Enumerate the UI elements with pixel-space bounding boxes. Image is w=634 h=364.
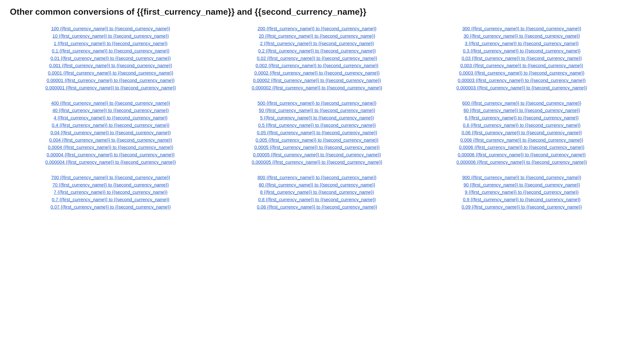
conv-link-2-2-4[interactable]: 0.5 {{first_currency_name}} to {{second_… <box>218 122 416 129</box>
conv-link-3-1-7[interactable]: 0.0003 {{first_currency_name}} to {{seco… <box>423 70 621 77</box>
conv-link-1-1-6[interactable]: 0.001 {{first_currency_name}} to {{secon… <box>10 62 211 70</box>
link-group-1-1: 100 {{first_currency_name}} to {{second_… <box>10 25 211 92</box>
link-group-2-2: 500 {{first_currency_name}} to {{second_… <box>218 100 416 166</box>
conv-link-1-1-7[interactable]: 0.0001 {{first_currency_name}} to {{seco… <box>10 70 211 77</box>
conv-link-1-3-5[interactable]: 0.07 {{first_currency_name}} to {{second… <box>10 204 211 211</box>
conv-link-2-1-7[interactable]: 0.0002 {{first_currency_name}} to {{seco… <box>218 70 416 77</box>
conv-link-2-3-4[interactable]: 0.8 {{first_currency_name}} to {{second_… <box>218 196 416 204</box>
column-3: 300 {{first_currency_name}} to {{second_… <box>419 25 624 218</box>
conv-link-3-1-4[interactable]: 0.3 {{first_currency_name}} to {{second_… <box>423 47 621 55</box>
link-group-3-2: 600 {{first_currency_name}} to {{second_… <box>423 100 621 166</box>
page-title: Other common conversions of {{first_curr… <box>10 6 624 17</box>
conv-link-2-1-9[interactable]: 0.000002 {{first_currency_name}} to {{se… <box>218 84 416 92</box>
conv-link-1-3-2[interactable]: 70 {{first_currency_name}} to {{second_c… <box>10 181 211 189</box>
conv-link-3-1-2[interactable]: 30 {{first_currency_name}} to {{second_c… <box>423 32 621 40</box>
conv-link-3-2-7[interactable]: 0.0006 {{first_currency_name}} to {{seco… <box>423 144 621 151</box>
conv-link-1-2-1[interactable]: 400 {{first_currency_name}} to {{second_… <box>10 100 211 107</box>
conv-link-2-1-4[interactable]: 0.2 {{first_currency_name}} to {{second_… <box>218 47 416 55</box>
conv-link-3-1-6[interactable]: 0.003 {{first_currency_name}} to {{secon… <box>423 62 621 70</box>
link-group-1-3: 700 {{first_currency_name}} to {{second_… <box>10 174 211 211</box>
conv-link-3-3-5[interactable]: 0.09 {{first_currency_name}} to {{second… <box>423 204 621 211</box>
conv-link-3-3-4[interactable]: 0.9 {{first_currency_name}} to {{second_… <box>423 196 621 204</box>
conv-link-1-2-6[interactable]: 0.004 {{first_currency_name}} to {{secon… <box>10 136 211 144</box>
conv-link-3-1-8[interactable]: 0.00003 {{first_currency_name}} to {{sec… <box>423 77 621 84</box>
conv-link-1-2-8[interactable]: 0.00004 {{first_currency_name}} to {{sec… <box>10 151 211 158</box>
conv-link-1-1-2[interactable]: 10 {{first_currency_name}} to {{second_c… <box>10 32 211 40</box>
conv-link-2-1-8[interactable]: 0.00002 {{first_currency_name}} to {{sec… <box>218 77 416 84</box>
conv-link-2-1-5[interactable]: 0.02 {{first_currency_name}} to {{second… <box>218 55 416 62</box>
conv-link-2-2-5[interactable]: 0.05 {{first_currency_name}} to {{second… <box>218 129 416 136</box>
conv-link-3-1-5[interactable]: 0.03 {{first_currency_name}} to {{second… <box>423 55 621 62</box>
conv-link-1-2-9[interactable]: 0.000004 {{first_currency_name}} to {{se… <box>10 158 211 166</box>
conversions-grid: 100 {{first_currency_name}} to {{second_… <box>10 25 624 218</box>
conv-link-1-1-9[interactable]: 0.000001 {{first_currency_name}} to {{se… <box>10 84 211 92</box>
conv-link-2-2-9[interactable]: 0.000005 {{first_currency_name}} to {{se… <box>218 158 416 166</box>
column-2: 200 {{first_currency_name}} to {{second_… <box>215 25 419 218</box>
conv-link-3-2-2[interactable]: 60 {{first_currency_name}} to {{second_c… <box>423 107 621 114</box>
conv-link-1-1-1[interactable]: 100 {{first_currency_name}} to {{second_… <box>10 25 211 32</box>
conv-link-2-1-1[interactable]: 200 {{first_currency_name}} to {{second_… <box>218 25 416 32</box>
link-group-3-1: 300 {{first_currency_name}} to {{second_… <box>423 25 621 92</box>
conv-link-2-1-6[interactable]: 0.002 {{first_currency_name}} to {{secon… <box>218 62 416 70</box>
conv-link-3-3-1[interactable]: 900 {{first_currency_name}} to {{second_… <box>423 174 621 181</box>
conv-link-2-2-7[interactable]: 0.0005 {{first_currency_name}} to {{seco… <box>218 144 416 151</box>
link-group-2-1: 200 {{first_currency_name}} to {{second_… <box>218 25 416 92</box>
conv-link-3-1-1[interactable]: 300 {{first_currency_name}} to {{second_… <box>423 25 621 32</box>
conv-link-3-2-4[interactable]: 0.6 {{first_currency_name}} to {{second_… <box>423 122 621 129</box>
conv-link-1-2-2[interactable]: 40 {{first_currency_name}} to {{second_c… <box>10 107 211 114</box>
conv-link-2-2-2[interactable]: 50 {{first_currency_name}} to {{second_c… <box>218 107 416 114</box>
conv-link-3-1-9[interactable]: 0.000003 {{first_currency_name}} to {{se… <box>423 84 621 92</box>
conv-link-1-3-3[interactable]: 7 {{first_currency_name}} to {{second_cu… <box>10 188 211 196</box>
conv-link-1-2-4[interactable]: 0.4 {{first_currency_name}} to {{second_… <box>10 122 211 129</box>
conv-link-2-2-1[interactable]: 500 {{first_currency_name}} to {{second_… <box>218 100 416 107</box>
conv-link-1-1-3[interactable]: 1 {{first_currency_name}} to {{second_cu… <box>10 40 211 47</box>
link-group-3-3: 900 {{first_currency_name}} to {{second_… <box>423 174 621 211</box>
conv-link-1-3-1[interactable]: 700 {{first_currency_name}} to {{second_… <box>10 174 211 181</box>
conv-link-3-2-1[interactable]: 600 {{first_currency_name}} to {{second_… <box>423 100 621 107</box>
conv-link-3-2-5[interactable]: 0.06 {{first_currency_name}} to {{second… <box>423 129 621 136</box>
conv-link-1-2-3[interactable]: 4 {{first_currency_name}} to {{second_cu… <box>10 114 211 122</box>
conv-link-2-1-3[interactable]: 2 {{first_currency_name}} to {{second_cu… <box>218 40 416 47</box>
conv-link-2-3-5[interactable]: 0.08 {{first_currency_name}} to {{second… <box>218 204 416 211</box>
conv-link-2-2-6[interactable]: 0.005 {{first_currency_name}} to {{secon… <box>218 136 416 144</box>
conv-link-2-2-8[interactable]: 0.00005 {{first_currency_name}} to {{sec… <box>218 151 416 158</box>
conv-link-1-1-4[interactable]: 0.1 {{first_currency_name}} to {{second_… <box>10 47 211 55</box>
conv-link-3-2-8[interactable]: 0.00006 {{first_currency_name}} to {{sec… <box>423 151 621 158</box>
conv-link-3-1-3[interactable]: 3 {{first_currency_name}} to {{second_cu… <box>423 40 621 47</box>
conv-link-2-3-3[interactable]: 8 {{first_currency_name}} to {{second_cu… <box>218 188 416 196</box>
conv-link-1-1-5[interactable]: 0.01 {{first_currency_name}} to {{second… <box>10 55 211 62</box>
column-1: 100 {{first_currency_name}} to {{second_… <box>10 25 215 218</box>
conv-link-3-3-2[interactable]: 90 {{first_currency_name}} to {{second_c… <box>423 181 621 189</box>
link-group-2-3: 800 {{first_currency_name}} to {{second_… <box>218 174 416 211</box>
link-group-1-2: 400 {{first_currency_name}} to {{second_… <box>10 100 211 166</box>
conv-link-2-1-2[interactable]: 20 {{first_currency_name}} to {{second_c… <box>218 32 416 40</box>
conv-link-2-3-2[interactable]: 80 {{first_currency_name}} to {{second_c… <box>218 181 416 189</box>
conv-link-3-2-9[interactable]: 0.000006 {{first_currency_name}} to {{se… <box>423 158 621 166</box>
conv-link-3-2-3[interactable]: 6 {{first_currency_name}} to {{second_cu… <box>423 114 621 122</box>
conv-link-1-2-5[interactable]: 0.04 {{first_currency_name}} to {{second… <box>10 129 211 136</box>
conv-link-1-3-4[interactable]: 0.7 {{first_currency_name}} to {{second_… <box>10 196 211 204</box>
conv-link-1-1-8[interactable]: 0.00001 {{first_currency_name}} to {{sec… <box>10 77 211 84</box>
conv-link-1-2-7[interactable]: 0.0004 {{first_currency_name}} to {{seco… <box>10 144 211 151</box>
conv-link-2-2-3[interactable]: 5 {{first_currency_name}} to {{second_cu… <box>218 114 416 122</box>
conv-link-2-3-1[interactable]: 800 {{first_currency_name}} to {{second_… <box>218 174 416 181</box>
conv-link-3-2-6[interactable]: 0.006 {{first_currency_name}} to {{secon… <box>423 136 621 144</box>
conv-link-3-3-3[interactable]: 9 {{first_currency_name}} to {{second_cu… <box>423 188 621 196</box>
